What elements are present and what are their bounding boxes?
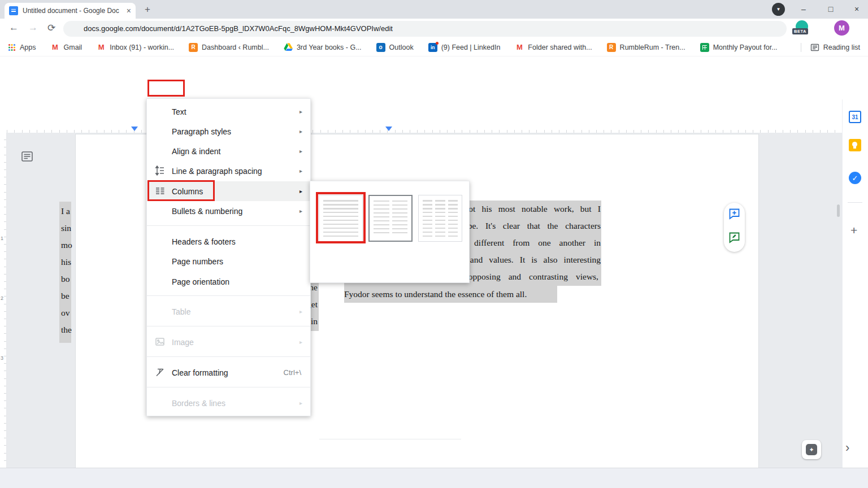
add-addon-icon[interactable]: + — [850, 224, 857, 237]
menu-divider — [147, 326, 310, 326]
submenu-arrow-icon: ▸ — [300, 188, 302, 194]
suggest-edits-icon[interactable] — [728, 232, 740, 243]
doc-text-fragment[interactable]: I a — [61, 205, 70, 217]
tab-title: Untitled document - Google Doc — [23, 7, 122, 15]
bookmark-folder-shared[interactable]: M Folder shared with... — [515, 43, 592, 52]
format-menu-item-paragraph-styles[interactable]: Paragraph styles▸ — [147, 121, 310, 141]
doc-text-line[interactable]: Fyodor seems to understand the essence o… — [344, 288, 527, 300]
menu-divider — [147, 387, 310, 387]
gmail-icon: M — [515, 43, 524, 52]
doc-text-fragment[interactable]: the — [61, 324, 72, 336]
bookmark-drive[interactable]: 3rd Year books - G... — [284, 43, 362, 51]
image-icon — [155, 337, 165, 347]
bookmark-inbox[interactable]: M Inbox (91) - workin... — [97, 43, 174, 52]
document-outline-icon[interactable] — [21, 151, 33, 162]
window-minimize-button[interactable]: – — [792, 0, 815, 18]
panel-divider — [848, 202, 862, 203]
drive-icon — [284, 43, 293, 51]
apps-grid-icon — [8, 43, 16, 51]
browser-titlebar: Untitled document - Google Doc × + ▼ – □… — [0, 0, 868, 19]
format-menu: Text▸ Paragraph styles▸ Align & indent▸ … — [146, 98, 311, 416]
gmail-icon: M — [51, 43, 60, 52]
rumble-icon: R — [607, 43, 616, 52]
bookmark-dashboard[interactable]: R Dashboard ‹ Rumbl... — [189, 43, 269, 52]
columns-option-three[interactable] — [418, 195, 462, 242]
format-menu-item-clear-formatting[interactable]: Clear formatting Ctrl+\ — [147, 363, 310, 382]
bookmark-gmail[interactable]: M Gmail — [51, 43, 83, 52]
gmail-icon: M — [97, 43, 106, 52]
calendar-icon[interactable]: 31 — [849, 111, 861, 123]
indent-marker[interactable] — [131, 127, 138, 131]
add-comment-float-icon[interactable] — [728, 208, 740, 220]
bookmark-monthly-payout[interactable]: Monthly Payout for... — [700, 43, 778, 52]
forward-icon[interactable]: → — [28, 22, 38, 33]
format-menu-item-align-indent[interactable]: Align & indent▸ — [147, 141, 310, 161]
menu-divider — [147, 225, 310, 226]
format-menu-item-page-numbers[interactable]: Page numbers — [147, 251, 310, 271]
format-menu-item-line-spacing[interactable]: Line & paragraph spacing▸ — [147, 161, 310, 181]
doc-text-fragment[interactable]: mo — [61, 239, 72, 251]
hide-side-panel-icon[interactable]: › — [845, 441, 849, 455]
explore-icon: ✦ — [806, 444, 817, 455]
menu-divider — [147, 295, 310, 296]
format-menu-item-text[interactable]: Text▸ — [147, 102, 310, 121]
horizontal-ruler[interactable]: 1 3 4 5 6 7 8 9 10 — [0, 120, 868, 133]
browser-tab[interactable]: Untitled document - Google Doc × — [5, 3, 136, 19]
beta-badge: BETA — [792, 28, 808, 34]
linkedin-icon: in — [428, 43, 437, 52]
submenu-arrow-icon: ▸ — [300, 208, 302, 214]
tab-close-icon[interactable]: × — [127, 6, 131, 15]
bookmark-rumblerum[interactable]: R RumbleRum - Tren... — [607, 43, 685, 52]
docs-favicon-icon — [9, 6, 18, 15]
scrollbar-thumb[interactable] — [837, 204, 840, 217]
vertical-ruler[interactable]: 1 2 3 — [0, 133, 7, 468]
outlook-icon: o — [376, 43, 385, 52]
browser-toolbar: ← → ⟳ docs.google.com/document/d/1A2TGoE… — [0, 19, 868, 38]
window-close-button[interactable]: × — [845, 0, 868, 18]
ruler-number: 3 — [1, 355, 3, 361]
indent-marker[interactable] — [385, 127, 392, 131]
docs-header: Untitled document ☆ File Edit View Inser… — [0, 56, 868, 99]
columns-option-two[interactable] — [368, 195, 413, 242]
url-text[interactable]: docs.google.com/document/d/1A2TGoEB-5pgB… — [84, 24, 393, 33]
format-menu-item-page-orientation[interactable]: Page orientation — [147, 272, 310, 291]
sheets-icon — [700, 43, 709, 52]
keep-icon[interactable] — [849, 139, 861, 151]
docs-toolbar: ↶ ↷ A ✓ 100% ▾ 12 + B I U A — [0, 99, 868, 121]
annotation-box-one-column — [316, 192, 366, 243]
doc-text-fragment[interactable]: his — [61, 256, 71, 268]
side-panel — [842, 99, 868, 468]
reading-list-button[interactable]: Reading list — [801, 43, 860, 52]
back-icon[interactable]: ← — [9, 22, 19, 33]
bookmark-outlook[interactable]: o Outlook — [376, 43, 414, 52]
submenu-arrow-icon: ▸ — [300, 400, 302, 406]
bookmarks-bar: Apps M Gmail M Inbox (91) - workin... R … — [0, 38, 868, 56]
menu-divider — [319, 439, 461, 439]
explore-button[interactable]: ✦ — [802, 440, 821, 459]
format-menu-item-table: Table▸ — [147, 302, 310, 321]
doc-text-fragment[interactable]: be — [61, 290, 70, 302]
submenu-arrow-icon: ▸ — [300, 148, 302, 154]
format-menu-item-headers-footers[interactable]: Headers & footers — [147, 232, 310, 251]
doc-text-fragment[interactable]: ov — [61, 307, 70, 319]
bookmark-linkedin[interactable]: in (9) Feed | LinkedIn — [428, 43, 501, 52]
ruler-number: 2 — [1, 295, 3, 301]
doc-text-fragment[interactable]: bo — [61, 273, 70, 285]
annotation-box-columns — [147, 180, 215, 201]
bookmark-apps[interactable]: Apps — [8, 43, 36, 51]
browser-profile-avatar[interactable]: M — [834, 20, 849, 36]
tasks-icon[interactable]: ✓ — [849, 172, 861, 184]
format-menu-item-image: Image▸ — [147, 332, 310, 352]
format-menu-item-bullets-numbering[interactable]: Bullets & numbering▸ — [147, 201, 310, 221]
new-tab-button[interactable]: + — [145, 4, 150, 15]
annotation-box-format — [147, 80, 185, 97]
submenu-arrow-icon: ▸ — [300, 128, 302, 134]
chrome-update-icon[interactable]: ▼ — [772, 3, 785, 16]
submenu-arrow-icon: ▸ — [300, 308, 302, 315]
taskbar: µ 60% 33°C Haze ∧ 5:55 PM 9/28/2021 — [0, 468, 868, 488]
submenu-arrow-icon: ▸ — [300, 108, 302, 115]
window-maximize-button[interactable]: □ — [819, 0, 842, 18]
shortcut-label: Ctrl+\ — [284, 368, 301, 377]
refresh-icon[interactable]: ⟳ — [47, 22, 55, 34]
doc-text-fragment[interactable]: sin — [61, 222, 71, 234]
